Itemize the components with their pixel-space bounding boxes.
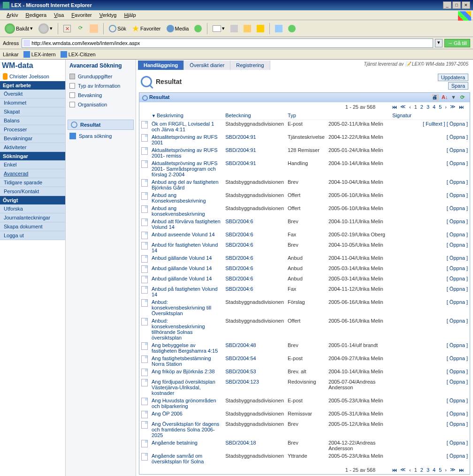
oppna-link[interactable]: Öppna [450,147,465,153]
oppna-link[interactable]: Öppna [450,205,465,211]
col-beteckning[interactable]: Beteckning [223,111,286,120]
col-beskrivning[interactable]: ▼Beskrivning [150,111,223,120]
row-description[interactable]: Ang fastighetsbestämning Norra Station [152,355,211,367]
oppna-link[interactable]: Öppna [450,379,465,385]
search-spara[interactable]: Spara sökning [66,131,136,141]
row-description[interactable]: Anbud gällande Volund 14 [152,255,212,261]
oppna-link[interactable]: Öppna [450,299,465,305]
address-input[interactable] [31,40,431,46]
row-description[interactable]: Ang Översiktsplan för dagens och framtid… [152,421,219,438]
pager-page-1[interactable]: 1 [413,467,418,473]
row-description[interactable]: Anbud: konsekvensbeskrivning till Översi… [152,299,211,316]
row-beteckning[interactable]: SBD/2004:6 [225,276,253,281]
oppna-link[interactable]: Öppna [450,179,465,185]
row-description[interactable]: Ök om FRGFL, Lovisedal 1 och Järva 4:11 [152,121,214,132]
row-description[interactable]: Ang friköp av Björknäs 2:38 [152,369,215,374]
close-button[interactable]: ✕ [462,1,470,9]
pager-next[interactable]: › [444,104,448,110]
pager-next[interactable]: › [444,467,448,473]
tab-oversikt-diarier[interactable]: Översikt diarier [184,60,230,70]
row-description[interactable]: Anbud avseende Volund 14 [152,232,215,237]
row-description[interactable]: Anbud gällande Volund 14 [152,276,212,281]
pager-prev[interactable]: ‹ [408,467,412,473]
col-typ[interactable]: Typ [286,111,327,120]
research-button[interactable] [273,24,284,33]
search-bevakning[interactable]: Bevakning [66,91,136,100]
oppna-link[interactable]: Öppna [450,342,465,348]
go-button[interactable]: → Gå till [444,39,470,47]
uppdatera-button[interactable]: Uppdatera [438,74,468,81]
pager-prev-set[interactable]: ≪ [399,104,407,110]
back-button[interactable]: Bakåt ▾ [3,23,35,35]
oppna-link[interactable]: Öppna [450,355,465,361]
media-button[interactable]: Media [165,24,191,33]
oppna-link[interactable]: Öppna [450,398,465,403]
history-button[interactable] [192,24,204,33]
nav-inkommet[interactable]: Inkommet [0,98,65,107]
pager-page-4[interactable]: 4 [432,467,436,473]
oppna-link[interactable]: Öppna [450,134,465,140]
row-description[interactable]: Aktualitetsprövning av RUFS 2001- Samråd… [152,160,218,177]
pager-prev-set[interactable]: ≪ [399,467,407,473]
messenger-button[interactable] [286,24,298,33]
maximize-button[interactable]: □ [452,1,461,9]
menu-hjalp[interactable]: Hjälp [120,11,139,19]
menu-favoriter[interactable]: Favoriter [68,11,95,19]
pager-page-1[interactable]: 1 [413,104,418,110]
pager-first[interactable]: ⏮ [391,467,398,473]
row-description[interactable]: Anbud: konsekvensbeskrivning tillhörande… [152,318,205,340]
row-beteckning[interactable]: SBD/2004:6 [225,219,253,224]
link-lex-intern[interactable]: LEX-intern [23,51,56,58]
minimize-button[interactable]: _ [443,1,451,9]
nav-skapat[interactable]: Skapat [0,107,65,116]
pager-first[interactable]: ⏮ [391,104,398,110]
row-beteckning[interactable]: SBD/2004:6 [225,255,253,261]
row-beteckning[interactable]: SBD/2004:53 [225,369,256,374]
edit-button[interactable] [242,24,253,33]
menu-redigera[interactable]: Redigera [22,11,50,19]
pager-last[interactable]: ⏭ [458,467,465,473]
row-beteckning[interactable]: SBD/2004:6 [225,286,253,292]
oppna-link[interactable]: Öppna [450,286,465,292]
row-description[interactable]: Aktualitetsprövning av RUFS 2001 [152,134,218,145]
row-description[interactable]: Anbud ang del av fastigheten Björknäs Gå… [152,179,219,190]
row-description[interactable]: Ang bebyggelse av fastigheten Bergshamra… [152,342,218,354]
print-icon[interactable]: 🖨 [432,94,439,101]
row-beteckning[interactable]: SBD/2004:6 [225,242,253,248]
row-beteckning[interactable]: SBD/2004:6 [225,232,253,237]
tab-handlaggning[interactable]: Handläggning [138,60,184,70]
pager-page-3[interactable]: 3 [426,104,430,110]
refresh-button[interactable]: ⟳ [75,24,86,33]
sort-icon[interactable]: A↓ [442,94,448,101]
nav-skapadokument[interactable]: Skapa dokument [0,222,65,231]
oppna-link[interactable]: Öppna [450,411,465,416]
oppna-link[interactable]: Öppna [450,232,465,237]
row-description[interactable]: Anbud gällande Volund 14 [152,265,212,271]
pager-last[interactable]: ⏭ [458,104,465,110]
row-description[interactable]: Anbud ang Konsekvensbeskrivning [152,192,206,204]
oppna-link[interactable]: Öppna [450,440,465,446]
pager-page-2[interactable]: 2 [420,104,424,110]
row-description[interactable]: Anbud för fastigheten Volund 14 [152,242,218,253]
discuss-button[interactable] [255,24,266,33]
row-beteckning[interactable]: SBD/2004:48 [225,342,256,348]
oppna-link[interactable]: Öppna [450,318,465,324]
search-grunduppgifter[interactable]: Grunduppgifter [66,72,136,81]
pager-page-3[interactable]: 3 [426,467,430,473]
menu-arkiv[interactable]: Arkiv [3,11,22,19]
nav-aktiviteter[interactable]: Aktiviteter [0,143,65,152]
pager-prev[interactable]: ‹ [408,104,412,110]
row-beteckning[interactable]: SBD/2004:123 [225,379,259,385]
oppna-link[interactable]: Öppna [450,265,465,271]
user-row[interactable]: Christer Joelsson [0,72,65,81]
print-button[interactable] [229,24,240,33]
mail-button[interactable]: ▾ [211,24,227,33]
tab-registrering[interactable]: Registrering [230,60,270,70]
address-input-wrapper[interactable] [22,38,433,48]
oppna-link[interactable]: Öppna [450,369,465,374]
search-organisation[interactable]: Organisation [66,100,136,109]
home-button[interactable] [88,23,100,34]
pager-page-5[interactable]: 5 [438,104,442,110]
row-description[interactable]: Anbud ang konsekvensbeskrivning [152,205,205,217]
spara-button[interactable]: Spara [448,82,468,90]
